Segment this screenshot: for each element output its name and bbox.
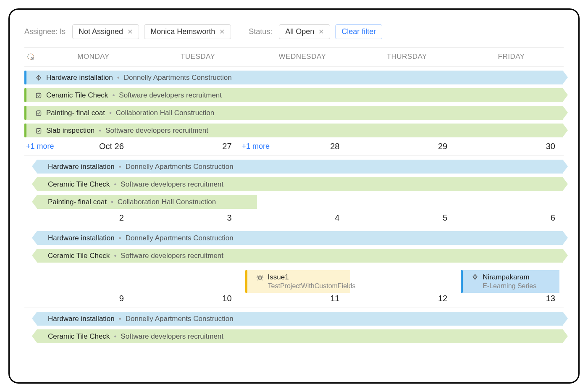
date-cell[interactable]: 6 [456, 213, 564, 223]
date-cell[interactable]: 29 [348, 142, 456, 151]
event-project: Software developers recruitment [119, 91, 222, 100]
date-number: 13 [546, 294, 555, 303]
event-title: Hardware installation [48, 163, 115, 171]
event-project: E-Learning Series [483, 282, 536, 290]
event-bar[interactable]: Hardware installation•Donnelly Apartment… [37, 231, 563, 245]
week-row: Hardware installation•Donnelly Apartment… [24, 66, 564, 155]
separator-dot: • [111, 198, 113, 206]
svg-rect-7 [37, 129, 41, 133]
chip-text: Not Assigned [79, 27, 123, 36]
settings-icon[interactable] [26, 52, 35, 61]
date-number: 30 [546, 142, 555, 151]
date-number: 29 [438, 142, 447, 151]
date-number: 4 [335, 213, 339, 223]
accent-bar [461, 270, 463, 293]
event-bar[interactable]: Painting- final coat•Collaboration Hall … [37, 195, 257, 209]
assignee-chip-monica[interactable]: Monica Hemsworth ✕ [144, 24, 231, 39]
close-icon[interactable]: ✕ [219, 28, 225, 36]
separator-dot: • [109, 109, 112, 117]
date-cell[interactable]: 30 [456, 142, 564, 151]
event-title: Hardware installation [48, 315, 115, 323]
event-title: Ceramic Tile Check [48, 180, 110, 189]
more-link[interactable]: +1 more [26, 142, 54, 151]
close-icon[interactable]: ✕ [127, 28, 133, 36]
event-bar[interactable]: Ceramic Tile Check•Software developers r… [24, 88, 563, 102]
accent-bar [24, 71, 26, 84]
event-project: TestProjectWithCustomFields [268, 282, 356, 290]
event-bar[interactable]: Ceramic Tile Check•Software developers r… [37, 249, 563, 263]
day-thu: THURSDAY [354, 53, 459, 61]
assignee-chip-not-assigned[interactable]: Not Assigned ✕ [72, 24, 139, 39]
milestone-icon [35, 74, 42, 81]
event-title: Ceramic Tile Check [46, 91, 108, 100]
date-cell[interactable]: 12 [348, 294, 456, 303]
filter-bar: Assignee: Is Not Assigned ✕ Monica Hemsw… [24, 24, 564, 47]
separator-dot: • [112, 91, 115, 100]
event-card[interactable]: Issue1TestProjectWithCustomFields [245, 270, 351, 293]
event-bar[interactable]: Painting- final coat•Collaboration Hall … [24, 106, 563, 120]
date-cell[interactable]: +1 more28 [240, 142, 348, 151]
day-mon: MONDAY [41, 53, 146, 61]
date-cell[interactable]: 13 [456, 294, 564, 303]
task-icon [35, 127, 42, 134]
date-cell[interactable]: 10 [132, 294, 240, 303]
day-wed: WEDNESDAY [250, 53, 355, 61]
event-bar[interactable]: Ceramic Tile Check•Software developers r… [37, 177, 563, 191]
close-icon[interactable]: ✕ [318, 28, 324, 36]
date-cell[interactable]: 11 [240, 294, 348, 303]
accent-bar [24, 88, 26, 102]
separator-dot: • [114, 252, 116, 260]
separator-dot: • [99, 126, 101, 135]
event-title: Slab inspection [46, 126, 94, 135]
event-title: Issue1 [268, 273, 356, 282]
separator-dot: • [117, 74, 120, 82]
event-bar[interactable]: Hardware installation•Donnelly Apartment… [37, 312, 563, 326]
event-project: Software developers recruitment [121, 180, 223, 189]
event-title: Hardware installation [46, 74, 113, 82]
status-chip-all-open[interactable]: All Open ✕ [279, 24, 330, 39]
svg-rect-6 [37, 111, 41, 116]
clear-filter-label: Clear filter [341, 27, 376, 36]
date-number: 11 [330, 294, 339, 303]
date-number: 3 [227, 213, 231, 223]
day-header: MONDAY TUESDAY WEDNESDAY THURSDAY FRIDAY [24, 48, 564, 66]
date-cell[interactable]: 9 [24, 294, 132, 303]
event-project: Donnelly Apartments Construction [124, 74, 232, 82]
date-cell[interactable]: 5 [348, 213, 456, 223]
event-bar[interactable]: Slab inspection•Software developers recr… [24, 124, 563, 137]
date-number: 9 [119, 294, 124, 303]
date-cell[interactable]: 4 [240, 213, 348, 223]
separator-dot: • [114, 180, 116, 189]
event-bar[interactable]: Hardware installation•Donnelly Apartment… [24, 71, 563, 84]
task-icon [35, 92, 42, 99]
event-project: Donnelly Apartments Construction [126, 234, 234, 242]
event-bar[interactable]: Hardware installation•Donnelly Apartment… [37, 160, 563, 174]
date-footer: 23456 [24, 209, 564, 227]
date-number: 6 [551, 213, 555, 223]
date-cell[interactable]: 3 [132, 213, 240, 223]
assignee-label: Assignee: Is [24, 27, 66, 36]
calendar-body: Hardware installation•Donnelly Apartment… [24, 66, 564, 343]
event-bar[interactable]: Ceramic Tile Check•Software developers r… [37, 329, 563, 343]
date-number: 12 [438, 294, 447, 303]
chip-text: Monica Hemsworth [150, 27, 215, 36]
week-row: Hardware installation•Donnelly Apartment… [24, 308, 564, 343]
more-link[interactable]: +1 more [242, 142, 270, 151]
svg-rect-5 [37, 93, 41, 98]
event-project: Collaboration Hall Construction [116, 109, 214, 117]
accent-bar [24, 124, 26, 137]
event-title: Ceramic Tile Check [48, 252, 110, 260]
date-cell[interactable]: 27 [132, 142, 240, 151]
week-row: Hardware installation•Donnelly Apartment… [24, 155, 564, 227]
event-title: Painting- final coat [48, 198, 107, 206]
date-number: 10 [222, 294, 231, 303]
event-card[interactable]: NirampakaramE-Learning Series [461, 270, 559, 293]
event-title: Nirampakaram [483, 273, 536, 282]
accent-bar [245, 270, 247, 293]
event-title: Ceramic Tile Check [48, 332, 110, 341]
date-cell[interactable]: +1 moreOct 26 [24, 142, 132, 151]
date-number: 2 [119, 213, 124, 223]
date-cell[interactable]: 2 [24, 213, 132, 223]
clear-filter-button[interactable]: Clear filter [335, 24, 382, 39]
separator-dot: • [119, 163, 121, 171]
